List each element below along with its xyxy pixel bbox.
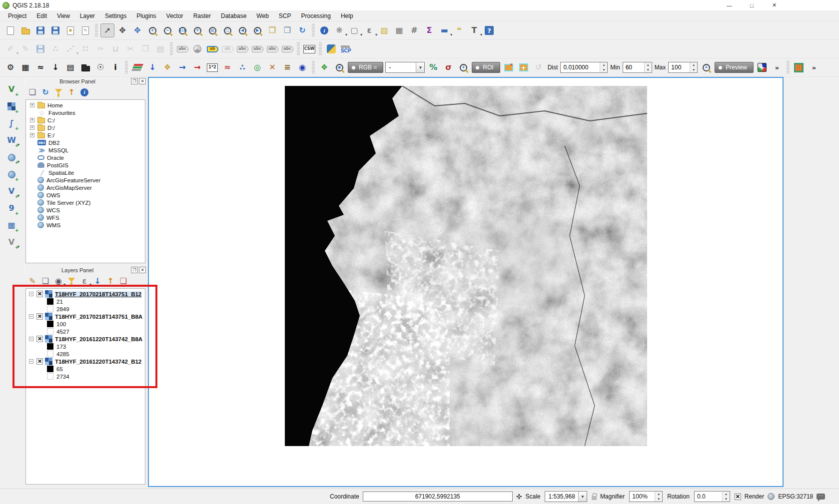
scp-roi-pointer-tool[interactable]: + (517, 60, 531, 74)
touch-zoom-tool[interactable]: ➚ (100, 23, 114, 37)
add-db-layer[interactable]: ▦ (4, 218, 18, 232)
map-canvas[interactable] (148, 77, 784, 487)
new-shapefile-layer[interactable]: V▾ (4, 235, 18, 249)
open-attribute-table[interactable]: ▦ (392, 23, 406, 37)
spin-arrows-icon[interactable]: ▲▼ (655, 492, 662, 502)
filter-legend[interactable] (65, 275, 77, 287)
scp-edit-tools[interactable]: ✕ (265, 60, 279, 74)
open-project[interactable] (18, 23, 32, 37)
expand-icon[interactable]: + (30, 125, 34, 130)
spin-arrows-icon[interactable]: ▲▼ (644, 62, 652, 72)
browser-refresh[interactable]: ↻ (39, 86, 51, 98)
layer-visibility-checkbox[interactable]: ✕ (36, 336, 43, 342)
field-calculator[interactable]: # (407, 23, 421, 37)
open-layer-styling[interactable]: ✎ (26, 275, 38, 287)
browser-item-mssql[interactable]: ≫MSSQL (26, 146, 145, 154)
show-hide-labels[interactable]: abc (235, 42, 249, 56)
menu-plugins[interactable]: Plugins (131, 11, 161, 21)
browser-item-oracle[interactable]: Oracle (26, 154, 145, 161)
close-icon[interactable]: ✕ (139, 267, 146, 273)
save-project[interactable] (33, 23, 47, 37)
browser-item-db2[interactable]: DB2DB2 (26, 139, 145, 146)
coordinate-input[interactable]: 671902,5992135 (363, 492, 513, 502)
scp-zoom-to-roi[interactable]: + (456, 60, 470, 74)
browser-item-postgis[interactable]: PostGIS (26, 161, 145, 169)
scp-preview-toggle[interactable]: Preview (715, 62, 754, 73)
move-feature[interactable]: ∷ (78, 42, 92, 56)
render-checkbox[interactable]: ✕ (735, 494, 741, 500)
pan-map-tool[interactable]: ✥ (115, 23, 129, 37)
browser-item-home[interactable]: +Home (26, 101, 145, 109)
menu-scp[interactable]: SCP (274, 11, 296, 21)
menu-settings[interactable]: Settings (100, 11, 131, 21)
zoom-out[interactable]: − (160, 23, 174, 37)
zoom-full-extent[interactable]: ✛ (190, 23, 204, 37)
scp-download-products[interactable]: ↓ (48, 60, 62, 74)
scp-download[interactable]: ↓ (145, 60, 159, 74)
scp-add-roi-polygon[interactable]: ❖ (317, 60, 331, 74)
float-panel-icon[interactable]: ❐ (131, 267, 138, 273)
scp-settings[interactable]: ◉ (295, 60, 309, 74)
spin-arrows-icon[interactable]: ▲▼ (690, 62, 697, 72)
show-bookmarks[interactable]: ❒ (280, 23, 294, 37)
close-icon[interactable]: ✕ (139, 78, 146, 84)
minimize-button[interactable]: — (718, 0, 741, 10)
refresh-map[interactable]: ↻ (295, 23, 309, 37)
add-group[interactable]: ❏ (39, 275, 51, 287)
zoom-last[interactable]: ◀ (235, 23, 249, 37)
browser-item-favourites[interactable]: ☆Favourites (26, 109, 145, 116)
scp-create-preview-button[interactable]: + (755, 60, 769, 74)
layer-item[interactable]: −✕T18HYF_20170218T143751_B8A (26, 313, 145, 320)
float-panel-icon[interactable]: ❐ (131, 78, 138, 84)
scp-tools[interactable]: ⚙ (3, 60, 17, 74)
filter-by-expression[interactable]: ε▾ (78, 275, 90, 287)
menu-processing[interactable]: Processing (296, 11, 336, 21)
select-features[interactable]: ▢▾ (347, 23, 361, 37)
zoom-to-layer[interactable]: ▤ (205, 23, 219, 37)
menu-layer[interactable]: Layer (75, 11, 100, 21)
scp-preview-zoom-icon[interactable]: + (699, 60, 713, 74)
browser-item-wfs[interactable]: WFS (26, 214, 145, 221)
new-bookmark[interactable]: ❒ (265, 23, 279, 37)
toolbar-overflow-button[interactable]: » (807, 60, 821, 74)
move-label[interactable]: abc (250, 42, 264, 56)
browser-item-arcgismapserver[interactable]: ArcGisMapServer (26, 184, 145, 191)
browser-properties[interactable]: i (78, 86, 90, 98)
menu-project[interactable]: Project (3, 11, 31, 21)
collapse-icon[interactable]: − (29, 314, 33, 319)
add-spatialite-layer[interactable]: ∫ (4, 116, 18, 130)
collapse-icon[interactable]: − (29, 292, 33, 296)
expand-icon[interactable]: + (30, 133, 34, 137)
save-project-as[interactable] (48, 23, 62, 37)
toggle-editing[interactable]: ✎ (18, 42, 32, 56)
run-feature-action[interactable]: ❋▾ (332, 23, 346, 37)
expand-icon[interactable]: + (30, 118, 34, 122)
python-console[interactable] (324, 42, 338, 56)
pin-unpin-labels[interactable]: ab (220, 42, 234, 56)
metasearch-csw[interactable]: CSW (302, 42, 316, 56)
scp-export-signatures[interactable]: → (190, 60, 204, 74)
add-wms-layer-dropdown[interactable]: ▾ (17, 159, 19, 164)
scp-band-calc[interactable]: ▦ (18, 60, 32, 74)
scp-dist-spinbox[interactable]: 0.010000 ▲▼ (560, 62, 608, 73)
scp-show-hide-rgb[interactable]: ◉ (332, 60, 346, 74)
close-button[interactable]: ✕ (763, 0, 786, 10)
layer-visibility-checkbox[interactable]: ✕ (36, 313, 43, 320)
niwa-scp-plugin[interactable]: NIWASCP (339, 42, 353, 56)
current-edits[interactable]: ✐▾ (3, 42, 17, 56)
layer-labeling-options[interactable]: abc (175, 42, 189, 56)
browser-filter[interactable] (52, 86, 64, 98)
scp-roi-toggle[interactable]: ROI (472, 62, 500, 73)
add-raster-layer[interactable] (4, 99, 18, 113)
browser-item-c[interactable]: +C:/ (26, 116, 145, 124)
scp-sigma-percent-plot[interactable]: % (426, 60, 440, 74)
collapse-icon[interactable]: − (29, 359, 33, 364)
spin-arrows-icon[interactable]: ▲▼ (722, 492, 730, 502)
layer-name[interactable]: T18HYF_20161220T143742_B12 (55, 359, 141, 365)
add-wcs-layer[interactable] (4, 167, 18, 181)
map-tips[interactable]: ❝ (452, 23, 466, 37)
messages-icon[interactable]: ··· (817, 494, 825, 500)
spin-arrows-icon[interactable]: ▲▼ (600, 62, 607, 72)
add-postgis-layer-dropdown[interactable]: ▾ (17, 142, 19, 147)
scp-info[interactable]: i (108, 60, 122, 74)
